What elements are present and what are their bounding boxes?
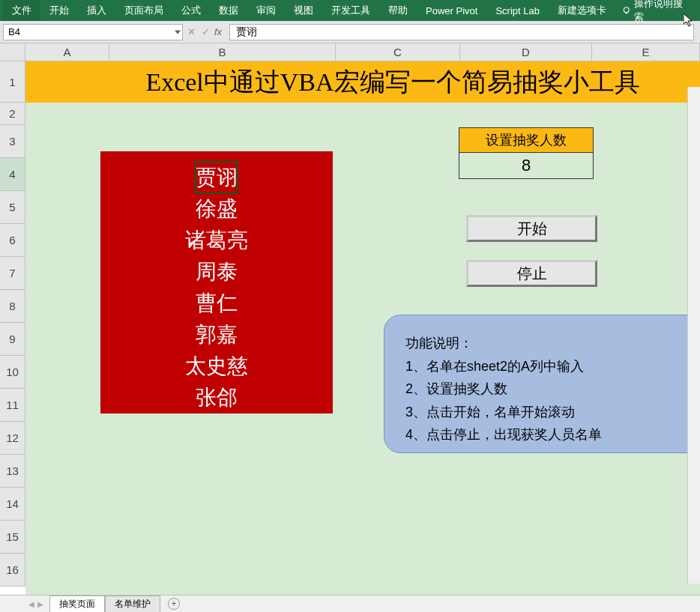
ribbon-tab-6[interactable]: 审阅 [247, 0, 285, 21]
row-header-13[interactable]: 13 [0, 455, 25, 488]
sheet-tab[interactable]: 抽奖页面 [49, 596, 105, 613]
ribbon: 文件开始插入页面布局公式数据审阅视图开发工具帮助Power PivotScrip… [0, 0, 700, 21]
help-line: 4、点击停止，出现获奖人员名单 [405, 423, 699, 446]
sheet-next-icon[interactable]: ▶ [37, 600, 43, 608]
ribbon-tab-11[interactable]: Script Lab [486, 1, 549, 20]
row-headers: 12345678910111213141516 [0, 61, 25, 587]
ribbon-tab-9[interactable]: 帮助 [379, 0, 417, 21]
chevron-down-icon[interactable] [175, 30, 181, 34]
ribbon-tab-1[interactable]: 开始 [40, 0, 78, 21]
winner-name: 周泰 [196, 256, 238, 288]
formula-bar-row: B4 ✕ ✓ fx 贾诩 [0, 21, 700, 43]
ribbon-tab-12[interactable]: 新建选项卡 [549, 0, 615, 21]
page-title: Excel中通过VBA宏编写一个简易抽奖小工具 [85, 65, 639, 100]
row-header-10[interactable]: 10 [0, 356, 25, 389]
sheet-area: ABCDE 12345678910111213141516 Excel中通过VB… [0, 43, 700, 598]
start-button[interactable]: 开始 [466, 215, 597, 242]
fx-icon[interactable]: fx [214, 26, 222, 37]
ribbon-tab-10[interactable]: Power Pivot [417, 1, 486, 20]
winner-name: 贾诩 [196, 162, 238, 193]
ribbon-tab-5[interactable]: 数据 [210, 0, 247, 21]
row-header-5[interactable]: 5 [0, 191, 25, 224]
formula-icons: ✕ ✓ [183, 26, 214, 37]
ribbon-tab-0[interactable]: 文件 [3, 0, 40, 21]
sheet-nav[interactable]: ◀ ▶ [22, 600, 49, 608]
config-box: 设置抽奖人数 8 [459, 127, 594, 179]
sheet-prev-icon[interactable]: ◀ [28, 600, 34, 608]
vertical-scrollbar[interactable] [687, 87, 700, 584]
help-panel: 功能说明： 1、名单在sheet2的A列中输入2、设置抽奖人数3、点击开始，名单… [384, 315, 700, 453]
stop-button[interactable]: 停止 [466, 260, 597, 287]
winner-name: 曹仁 [196, 288, 238, 319]
title-banner: Excel中通过VBA宏编写一个简易抽奖小工具 [25, 61, 700, 103]
cells-grid[interactable]: Excel中通过VBA宏编写一个简易抽奖小工具 贾诩徐盛诸葛亮周泰曹仁郭嘉太史慈… [25, 61, 700, 598]
col-header-A[interactable]: A [25, 43, 109, 61]
row-header-15[interactable]: 15 [0, 521, 25, 554]
winner-name: 诸葛亮 [185, 225, 248, 256]
col-header-E[interactable]: E [592, 43, 700, 61]
row-header-4[interactable]: 4 [0, 158, 25, 191]
help-line: 2、设置抽奖人数 [405, 378, 699, 401]
ribbon-tab-2[interactable]: 插入 [78, 0, 115, 21]
help-line: 1、名单在sheet2的A列中输入 [405, 355, 699, 378]
column-headers: ABCDE [25, 43, 700, 61]
winner-name: 郭嘉 [196, 319, 238, 351]
help-title: 功能说明： [405, 332, 699, 355]
winner-name: 徐盛 [196, 193, 238, 225]
cancel-icon[interactable]: ✕ [187, 26, 196, 37]
select-all-corner[interactable] [0, 43, 25, 61]
col-header-B[interactable]: B [109, 43, 336, 61]
winner-name: 张郃 [196, 382, 238, 413]
name-box[interactable]: B4 [3, 24, 183, 40]
winner-name: 太史慈 [185, 351, 248, 382]
row-header-6[interactable]: 6 [0, 224, 25, 257]
ribbon-tab-7[interactable]: 视图 [285, 0, 322, 21]
winner-panel: 贾诩徐盛诸葛亮周泰曹仁郭嘉太史慈张郃 [100, 151, 333, 413]
row-header-14[interactable]: 14 [0, 488, 25, 521]
col-header-D[interactable]: D [460, 43, 592, 61]
row-header-7[interactable]: 7 [0, 257, 25, 290]
svg-point-0 [624, 7, 629, 13]
ribbon-tab-3[interactable]: 页面布局 [115, 0, 172, 21]
svg-rect-1 [625, 13, 627, 14]
ribbon-tab-4[interactable]: 公式 [172, 0, 210, 21]
formula-input[interactable]: 贾诩 [229, 24, 694, 40]
col-header-C[interactable]: C [336, 43, 460, 61]
row-header-12[interactable]: 12 [0, 422, 25, 455]
config-value[interactable]: 8 [459, 153, 593, 178]
add-sheet-button[interactable]: + [168, 598, 180, 610]
sheet-tab[interactable]: 名单维护 [105, 596, 160, 613]
sheet-tab-bar: ◀ ▶ 抽奖页面名单维护 + [0, 595, 700, 612]
row-header-16[interactable]: 16 [0, 554, 25, 587]
row-header-8[interactable]: 8 [0, 290, 25, 323]
config-label: 设置抽奖人数 [459, 128, 593, 153]
help-search[interactable]: 操作说明搜索 [615, 0, 697, 24]
row-header-1[interactable]: 1 [0, 61, 25, 103]
bulb-icon [621, 5, 632, 16]
accept-icon[interactable]: ✓ [202, 26, 210, 37]
row-header-9[interactable]: 9 [0, 323, 25, 356]
formula-value: 贾诩 [236, 25, 257, 39]
ribbon-tab-8[interactable]: 开发工具 [322, 0, 379, 21]
cell-reference: B4 [8, 26, 20, 37]
help-line: 3、点击开始，名单开始滚动 [405, 401, 699, 424]
row-header-3[interactable]: 3 [0, 125, 25, 158]
row-header-11[interactable]: 11 [0, 389, 25, 422]
row-header-2[interactable]: 2 [0, 103, 25, 125]
